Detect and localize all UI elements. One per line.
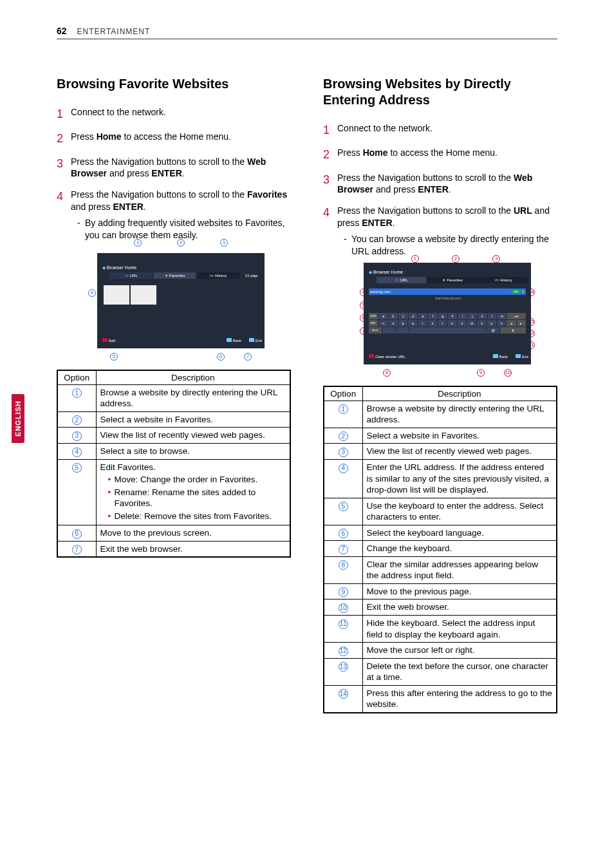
step-4-sub: You can browse a website by directly ent… bbox=[344, 233, 557, 258]
fig-clear: Clear similar URL bbox=[369, 354, 405, 359]
th-option: Option bbox=[324, 386, 362, 401]
table-row: 5Edit Favorites. Move: Change the order … bbox=[57, 459, 290, 525]
right-steps: 1Connect to the network. 2Press Home to … bbox=[323, 122, 557, 377]
callout-2: 2 bbox=[452, 255, 460, 263]
table-row: 8Clear the similar addresses appearing b… bbox=[324, 556, 557, 583]
right-column: Browsing Websites by Directly Entering A… bbox=[323, 76, 557, 713]
figure-url-wrap: 1 2 3 4 5 6 7 14 13 bbox=[337, 263, 557, 368]
page-header: 62 ENTERTAINMENT bbox=[57, 26, 557, 39]
left-steps: 1Connect to the network. 2Press Home to … bbox=[57, 106, 291, 361]
page-number: 62 bbox=[57, 26, 67, 36]
callout-6: 6 bbox=[217, 353, 225, 361]
left-title: Browsing Favorite Websites bbox=[57, 76, 291, 92]
table-row: 6Select the keyboard language. bbox=[324, 525, 557, 541]
fig-back: Back bbox=[493, 354, 508, 359]
table-row: 3View the list of recently viewed web pa… bbox=[57, 428, 290, 444]
th-description: Description bbox=[96, 370, 290, 385]
table-row: 2Select a website in Favorites. bbox=[57, 411, 290, 428]
table-row: 9Move to the previous page. bbox=[324, 583, 557, 599]
table-row: 1Browse a website by directly entering t… bbox=[57, 384, 290, 411]
table-row: 10Exit the web browser. bbox=[324, 599, 557, 616]
callout-7: 7 bbox=[244, 353, 252, 361]
callout-3: 3 bbox=[220, 239, 228, 247]
fig-keyboard: ENG abcdefghijklm ◂✕ ABC nopqrstuvwxyz ◂… bbox=[369, 313, 526, 334]
fig-page-indicator: 1/1 page bbox=[241, 272, 262, 279]
favorite-thumb-2 bbox=[131, 285, 156, 305]
step-2: 2Press Home to access the Home menu. bbox=[323, 147, 557, 162]
table-row: 11Hide the keyboard. Select the address … bbox=[324, 616, 557, 643]
callout-10: 10 bbox=[504, 369, 512, 377]
table-row: 1Browse a website by directly entering t… bbox=[324, 401, 557, 428]
fig-tab-url: ▭ URL bbox=[110, 272, 153, 279]
right-option-table: OptionDescription 1Browse a website by d… bbox=[323, 386, 557, 713]
fig-exit: Exit bbox=[249, 338, 262, 343]
figure-favorites-wrap: 1 2 3 4 ◆ Browser Home ▭ URL ★ Favorites… bbox=[71, 247, 291, 352]
fig-address-bar: www.lg.com OK C bbox=[369, 288, 526, 295]
th-description: Description bbox=[362, 386, 557, 401]
left-column: Browsing Favorite Websites 1Connect to t… bbox=[57, 76, 291, 713]
step-4: 4Press the Navigation buttons to scroll … bbox=[323, 205, 557, 376]
step-4: 4Press the Navigation buttons to scroll … bbox=[57, 189, 291, 360]
language-tab: ENGLISH bbox=[12, 394, 24, 443]
fig-tab-history: ▭ History bbox=[479, 277, 528, 283]
figure-favorites: ◆ Browser Home ▭ URL ★ Favorites ▭ Histo… bbox=[97, 253, 265, 348]
table-row: 5Use the keyboard to enter the address. … bbox=[324, 498, 557, 525]
callout-4: 4 bbox=[88, 289, 96, 297]
fig-exit: Exit bbox=[516, 354, 528, 359]
step-3: 3Press the Navigation buttons to scroll … bbox=[57, 156, 291, 180]
fig-edit: Edit bbox=[102, 338, 115, 343]
callout-2: 2 bbox=[177, 239, 185, 247]
fig-tab-favorites: ★ Favorites bbox=[154, 272, 196, 279]
table-row: 2Select a website in Favorites. bbox=[324, 428, 557, 444]
table-row: 14Press this after entering the address … bbox=[324, 685, 557, 713]
step-3: 3Press the Navigation buttons to scroll … bbox=[323, 172, 557, 196]
callout-1: 1 bbox=[411, 255, 419, 263]
favorite-thumb-1 bbox=[104, 285, 129, 305]
step-1: 1Connect to the network. bbox=[57, 106, 291, 122]
callout-3: 3 bbox=[492, 255, 500, 263]
step-1: 1Connect to the network. bbox=[323, 122, 557, 138]
table-row: 7Change the keyboard. bbox=[324, 541, 557, 557]
fig-tab-url: ▭ URL bbox=[377, 277, 426, 283]
callout-9: 9 bbox=[477, 369, 485, 377]
fig-tab-history: ▭ History bbox=[197, 272, 239, 279]
fig-back: Back bbox=[227, 338, 241, 343]
table-row: 12Move the cursor left or right. bbox=[324, 643, 557, 659]
fig-url-suggestion: http://www.lg.com bbox=[369, 296, 526, 301]
right-title: Browsing Websites by Directly Entering A… bbox=[323, 76, 557, 108]
fig-tab-favorites: ★ Favorites bbox=[427, 277, 477, 283]
table-row: 6Move to the previous screen. bbox=[57, 525, 290, 542]
table-row: 4Enter the URL address. If the address e… bbox=[324, 460, 557, 498]
th-option: Option bbox=[57, 370, 96, 385]
table-row: 4Select a site to browse. bbox=[57, 444, 290, 460]
callout-5: 5 bbox=[110, 353, 118, 361]
section-name: ENTERTAINMENT bbox=[77, 27, 150, 36]
table-row: 3View the list of recently viewed web pa… bbox=[324, 444, 557, 460]
table-row: 13Delete the text before the cursor, one… bbox=[324, 658, 557, 685]
step-2: 2Press Home to access the Home menu. bbox=[57, 131, 291, 146]
left-option-table: OptionDescription 1Browse a website by d… bbox=[57, 370, 291, 558]
content: Browsing Favorite Websites 1Connect to t… bbox=[57, 76, 557, 713]
callout-1: 1 bbox=[134, 239, 142, 247]
figure-url-entry: ◆ Browser Home ▭ URL ★ Favorites ▭ Histo… bbox=[364, 263, 531, 364]
step-4-sub: By adding frequently visited websites to… bbox=[77, 217, 291, 241]
table-row: 7Exit the web browser. bbox=[57, 541, 290, 557]
callout-8: 8 bbox=[383, 369, 391, 377]
